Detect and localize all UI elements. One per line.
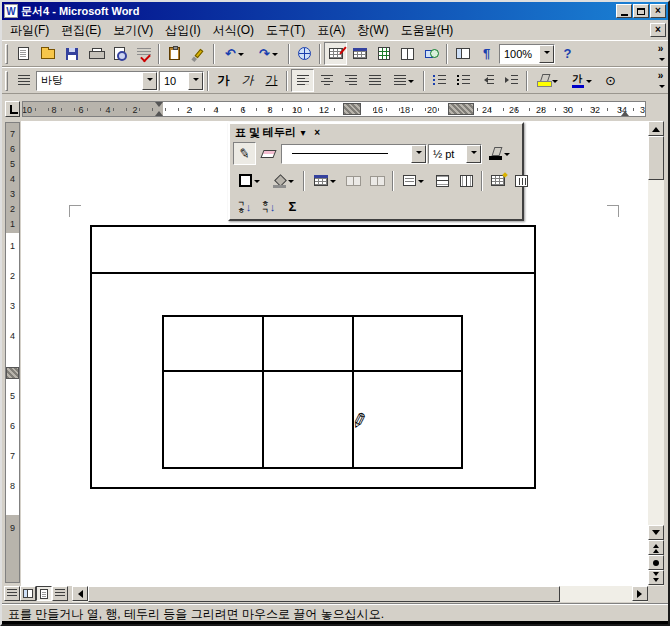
previous-page-button[interactable] [648, 540, 664, 555]
title-bar[interactable]: W 문서4 - Microsoft Word × [2, 2, 668, 20]
align-right-button[interactable] [339, 69, 362, 92]
sort-descending-button[interactable]: ㅎㄱ ↓ [257, 195, 280, 218]
toolbar-overflow-button[interactable]: » [653, 41, 668, 66]
select-browse-object-button[interactable] [648, 555, 664, 570]
align-center-button[interactable] [315, 69, 338, 92]
format-painter-button[interactable] [187, 42, 210, 65]
normal-view-button[interactable] [4, 586, 20, 601]
tables-and-borders-button[interactable] [324, 42, 347, 65]
insert-hyperlink-button[interactable] [293, 42, 316, 65]
distribute-rows-button[interactable] [431, 169, 454, 192]
enclosed-character-button[interactable]: ⊙ [599, 69, 622, 92]
drawn-table-inner[interactable] [162, 315, 463, 469]
underline-button[interactable]: 가 [260, 69, 283, 92]
drawing-button[interactable] [420, 42, 443, 65]
columns-button[interactable] [396, 42, 419, 65]
zoom-dropdown-button[interactable] [539, 45, 554, 63]
menu-file[interactable]: 파일(F) [4, 20, 55, 41]
undo-button[interactable]: ↶ [218, 42, 251, 65]
tab-type-selector[interactable] [5, 101, 20, 117]
save-button[interactable] [60, 42, 83, 65]
spelling-button[interactable] [132, 42, 155, 65]
zoom-combo[interactable]: 100% [499, 44, 555, 64]
maximize-button[interactable] [633, 4, 649, 18]
horizontal-scrollbar[interactable] [4, 586, 648, 602]
text-direction-button[interactable] [510, 169, 533, 192]
menu-window[interactable]: 창(W) [351, 20, 394, 41]
menu-view[interactable]: 보기(V) [107, 20, 159, 41]
web-layout-view-button[interactable] [20, 586, 36, 601]
document-map-button[interactable] [451, 42, 474, 65]
menu-help[interactable]: 도움말(H) [395, 20, 460, 41]
increase-indent-button[interactable] [500, 69, 523, 92]
insert-excel-worksheet-button[interactable] [372, 42, 395, 65]
open-button[interactable] [36, 42, 59, 65]
insert-table-button[interactable] [348, 42, 371, 65]
vertical-scroll-thumb[interactable] [648, 136, 664, 180]
line-spacing-button[interactable] [387, 69, 420, 92]
hanging-indent-marker[interactable] [155, 107, 163, 116]
redo-button[interactable]: ↷ [252, 42, 285, 65]
show-paragraph-marks-button[interactable]: ¶ [475, 42, 498, 65]
minimize-button[interactable] [616, 4, 632, 18]
vertical-ruler[interactable]: 7 6 5 4 3 2 1 1 2 3 4 5 6 7 8 9 [5, 122, 20, 583]
horizontal-ruler[interactable]: 10 8 6 4 2 2 4 6 8 10 12 14 16 18 20 24 … [22, 101, 646, 117]
draw-table-button[interactable]: ✎ [233, 142, 256, 165]
font-name-dropdown-button[interactable] [142, 72, 157, 90]
horizontal-scroll-thumb[interactable] [88, 586, 560, 602]
font-color-button[interactable]: 가 [565, 69, 598, 92]
toolbar-overflow-button[interactable]: » [653, 68, 668, 93]
table-column-marker[interactable] [448, 103, 474, 115]
outline-view-button[interactable] [52, 586, 68, 601]
toolbar-drag-handle[interactable] [5, 71, 8, 91]
scroll-down-button[interactable] [648, 525, 664, 540]
menu-tools[interactable]: 도구(T) [260, 20, 311, 41]
distribute-columns-button[interactable] [455, 169, 478, 192]
tables-toolbar-titlebar[interactable]: 표 및 테두리 ▾ × [230, 124, 522, 140]
right-indent-marker[interactable] [621, 107, 629, 116]
print-button[interactable] [84, 42, 107, 65]
autosum-button[interactable]: Σ [281, 195, 304, 218]
close-button[interactable]: × [650, 4, 666, 18]
shading-color-button[interactable] [267, 169, 300, 192]
table-autoformat-button[interactable] [486, 169, 509, 192]
paste-button[interactable] [163, 42, 186, 65]
menu-edit[interactable]: 편집(E) [55, 20, 107, 41]
font-size-dropdown-button[interactable] [188, 72, 203, 90]
toolbar-drag-handle[interactable] [5, 44, 8, 64]
menu-table[interactable]: 표(A) [311, 20, 351, 41]
sort-ascending-button[interactable]: ㄱㅎ ↓ [233, 195, 256, 218]
style-button[interactable] [12, 69, 35, 92]
outside-border-button[interactable] [233, 169, 266, 192]
split-cells-button[interactable] [366, 169, 389, 192]
border-color-button[interactable] [483, 142, 516, 165]
menu-format[interactable]: 서식(O) [207, 20, 260, 41]
font-name-combo[interactable]: 바탕 [36, 71, 158, 91]
merge-cells-button[interactable] [342, 169, 365, 192]
tables-toolbar-close-button[interactable]: × [310, 126, 324, 139]
menu-insert[interactable]: 삽입(I) [159, 20, 206, 41]
help-button[interactable]: ? [556, 42, 579, 65]
print-preview-button[interactable] [108, 42, 131, 65]
next-page-button[interactable] [648, 570, 664, 585]
document-close-button[interactable]: × [650, 23, 666, 37]
toolbar-options-button[interactable]: ▾ [296, 126, 310, 139]
font-size-combo[interactable]: 10 [159, 71, 204, 91]
line-style-combo[interactable] [281, 144, 427, 164]
highlight-button[interactable] [531, 69, 564, 92]
eraser-button[interactable] [257, 142, 280, 165]
cell-alignment-button[interactable] [397, 169, 430, 192]
numbering-button[interactable] [428, 69, 451, 92]
bullets-button[interactable] [452, 69, 475, 92]
new-document-button[interactable] [12, 42, 35, 65]
table-row-marker[interactable] [6, 367, 19, 379]
align-left-button[interactable] [291, 69, 314, 92]
italic-button[interactable]: 가 [236, 69, 259, 92]
decrease-indent-button[interactable] [476, 69, 499, 92]
line-weight-combo[interactable]: ½ pt [428, 144, 482, 164]
scroll-right-button[interactable] [632, 586, 648, 601]
align-justify-button[interactable] [363, 69, 386, 92]
vertical-scrollbar[interactable] [648, 121, 664, 586]
line-style-dropdown-button[interactable] [411, 145, 426, 163]
scroll-left-button[interactable] [72, 586, 88, 601]
